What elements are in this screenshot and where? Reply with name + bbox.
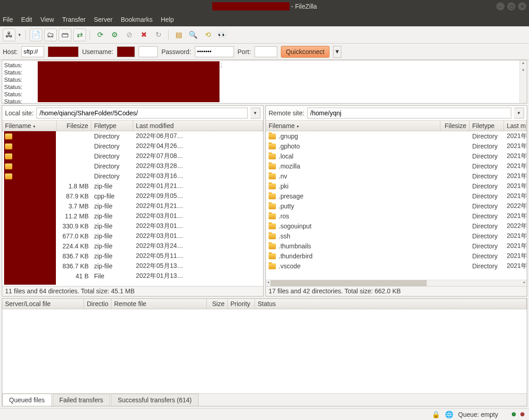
menu-file[interactable]: File <box>3 16 13 23</box>
tab-queued-files[interactable]: Queued files <box>2 394 52 406</box>
col-filesize[interactable]: Filesize <box>57 121 91 131</box>
close-button[interactable]: ✕ <box>518 2 526 10</box>
col-lastmodified[interactable]: Last modified <box>133 121 263 131</box>
filesize-cell: 677.0 KB <box>57 232 91 240</box>
lastmodified-cell: 2022年07月08… <box>133 152 263 160</box>
encryption-lock-icon[interactable]: 🔒 <box>432 410 440 419</box>
col-filetype[interactable]: Filetype <box>91 121 133 131</box>
list-item[interactable]: .rosDirectory2021年 <box>266 211 527 221</box>
list-item[interactable]: .localDirectory2021年 <box>266 151 527 161</box>
toggle-log-icon[interactable]: 📄 <box>30 29 42 41</box>
local-file-list[interactable]: Directory2022年06月07…Directory2022年04月26…… <box>2 131 263 286</box>
list-item[interactable]: .puttyDirectory2022年 <box>266 201 527 211</box>
folder-icon <box>269 263 276 269</box>
maximize-button[interactable]: ◻ <box>507 2 515 10</box>
lastmodified-cell: 2021年 <box>504 162 527 170</box>
menu-server[interactable]: Server <box>94 16 112 23</box>
qcol-remote[interactable]: Remote file <box>111 299 207 309</box>
col-filetype[interactable]: Filetype <box>469 121 504 131</box>
filetype-cell: Directory <box>469 173 504 180</box>
cancel-icon[interactable]: ⊘ <box>123 29 135 41</box>
network-globe-icon[interactable]: 🌐 <box>445 410 454 419</box>
filename-cell: .ssh <box>279 232 290 240</box>
toggle-queue-icon[interactable]: ⇄ <box>73 29 86 41</box>
folder-icon <box>269 153 276 159</box>
password-input[interactable] <box>195 46 234 57</box>
site-manager-dropdown[interactable]: ▼ <box>17 29 22 41</box>
folder-icon <box>5 143 12 149</box>
filesize-cell: 11.2 MB <box>57 212 91 220</box>
sort-asc-icon: ▴ <box>33 124 35 128</box>
list-item[interactable]: .pkiDirectory2021年 <box>266 181 527 191</box>
sync-browse-icon[interactable]: ⟲ <box>201 29 214 41</box>
list-item[interactable]: .gphotoDirectory2021年 <box>266 141 527 151</box>
menu-transfer[interactable]: Transfer <box>62 16 86 23</box>
sort-asc-icon: ▴ <box>297 124 299 128</box>
refresh-icon[interactable]: ⟳ <box>94 29 106 41</box>
list-item[interactable]: .sshDirectory2021年 <box>266 231 527 241</box>
list-item[interactable]: .thumbnailsDirectory2021年 <box>266 241 527 251</box>
menu-help[interactable]: Help <box>161 16 174 23</box>
tab-failed-transfers[interactable]: Failed transfers <box>53 394 110 406</box>
transfer-queue: Server/Local file Directio Remote file S… <box>2 298 527 406</box>
menu-edit[interactable]: Edit <box>21 16 32 23</box>
disconnect-icon[interactable]: ✖ <box>137 29 150 41</box>
menu-view[interactable]: View <box>40 16 54 23</box>
menu-bookmarks[interactable]: Bookmarks <box>121 16 153 23</box>
col-filename[interactable]: Filename▴ <box>2 121 57 131</box>
log-scrollbar[interactable]: ▴ ▾ <box>519 60 527 103</box>
filetype-cell: zip-file <box>91 252 133 260</box>
qcol-priority[interactable]: Priority <box>228 299 255 309</box>
qcol-size[interactable]: Size <box>207 299 228 309</box>
remote-site-dropdown[interactable]: ▼ <box>514 108 524 119</box>
folder-icon <box>5 163 12 169</box>
remote-horizontal-scrollbar[interactable]: ◂ ▸ <box>266 280 527 286</box>
list-item[interactable]: .thunderbirdDirectory2021年 <box>266 251 527 261</box>
col-lastmodified[interactable]: Last m <box>504 121 527 131</box>
qcol-server-local[interactable]: Server/Local file <box>2 299 84 309</box>
local-site-path[interactable] <box>36 108 248 119</box>
reconnect-icon[interactable]: ↻ <box>152 29 165 41</box>
statusbar: 🔒 🌐 Queue: empty <box>0 408 529 420</box>
filename-cell: .pki <box>279 183 289 190</box>
col-filesize[interactable]: Filesize <box>440 121 469 131</box>
compare-icon[interactable]: 🔍 <box>187 29 200 41</box>
log-status-label: Status: <box>4 91 36 98</box>
quickconnect-history-dropdown[interactable]: ▼ <box>333 46 341 58</box>
list-item[interactable]: .gnupgDirectory2021年 <box>266 131 527 141</box>
col-filename[interactable]: Filename▴ <box>266 121 440 131</box>
local-site-dropdown[interactable]: ▼ <box>250 108 260 119</box>
site-manager-icon[interactable]: 🖧 <box>3 29 15 41</box>
qcol-status[interactable]: Status <box>255 299 527 309</box>
remote-file-list[interactable]: .gnupgDirectory2021年.gphotoDirectory2021… <box>266 131 527 280</box>
filter-icon[interactable]: ▤ <box>172 29 185 41</box>
scroll-up-icon[interactable]: ▴ <box>520 60 527 68</box>
username-input-redacted[interactable] <box>117 46 135 57</box>
search-icon[interactable]: 👀 <box>216 29 229 41</box>
minimize-button[interactable]: – <box>496 2 504 10</box>
host-input-prefix[interactable] <box>21 46 44 57</box>
list-item[interactable]: .vscodeDirectory2021年 <box>266 261 527 271</box>
port-input[interactable] <box>255 46 277 57</box>
filesize-cell: 3.7 MB <box>57 203 91 210</box>
queue-body[interactable] <box>2 309 527 393</box>
toggle-remote-tree-icon[interactable]: 🗃 <box>59 29 71 41</box>
qcol-direction[interactable]: Directio <box>84 299 111 309</box>
list-item[interactable]: .presageDirectory2021年 <box>266 191 527 201</box>
quickconnect-button[interactable]: Quickconnect <box>281 46 329 58</box>
remote-site-path[interactable] <box>307 108 511 119</box>
tab-successful-transfers[interactable]: Successful transfers (614) <box>111 394 199 406</box>
username-input-tail[interactable] <box>139 46 158 57</box>
filename-cell: .local <box>279 153 294 160</box>
host-input-redacted[interactable] <box>48 46 79 57</box>
filetype-cell: zip-file <box>91 183 133 190</box>
filetype-cell: Directory <box>469 242 504 250</box>
process-queue-icon[interactable]: ⚙ <box>108 29 121 41</box>
scroll-down-icon[interactable]: ▾ <box>520 68 527 75</box>
filetype-cell: zip-file <box>91 232 133 240</box>
list-item[interactable]: .mozillaDirectory2021年 <box>266 161 527 171</box>
toggle-local-tree-icon[interactable]: 🗂 <box>44 29 57 41</box>
list-item[interactable]: .sogouinputDirectory2022年 <box>266 221 527 231</box>
lastmodified-cell: 2022年 <box>504 222 527 230</box>
list-item[interactable]: .nvDirectory2021年 <box>266 171 527 181</box>
